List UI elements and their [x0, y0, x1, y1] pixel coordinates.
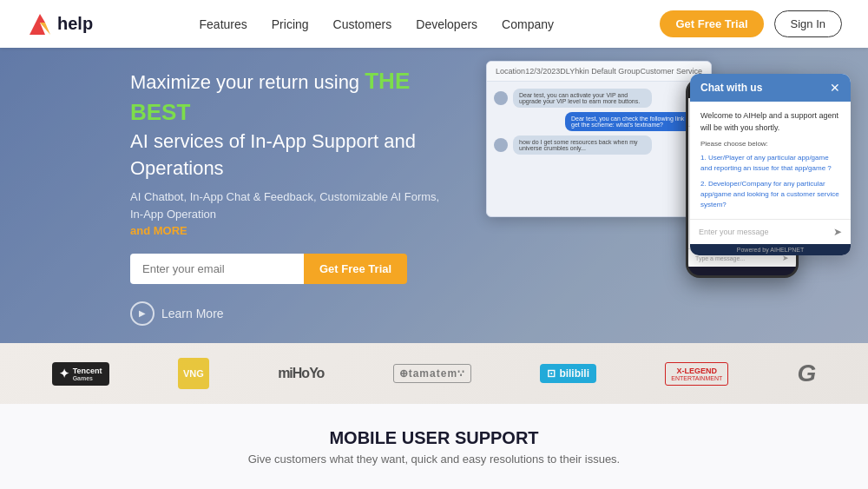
logo[interactable]: help: [26, 10, 93, 38]
ss-avatar-1: [494, 91, 508, 105]
ss-tag2: in Default Group: [583, 67, 641, 76]
hero-subtitle: AI Chatbot, In-App Chat & Feedback, Cust…: [130, 188, 451, 240]
ss-header: Location 12/3/2023 DLYhk in Default Grou…: [487, 62, 711, 82]
dashboard-screenshot: Location 12/3/2023 DLYhk in Default Grou…: [486, 61, 712, 217]
bottom-title: MOBILE USER SUPPORT: [329, 428, 538, 448]
hero-section: Maximize your return using THE BEST AI s…: [0, 48, 868, 343]
chat-header: Chat with us ✕: [690, 74, 851, 102]
ss-bubble-3: how do I get some resources back when my…: [513, 135, 652, 155]
ss-bubble-2: Dear test, you can check the following l…: [565, 112, 704, 131]
chat-header-text: Chat with us: [700, 82, 762, 94]
nav-company[interactable]: Company: [502, 17, 554, 31]
close-icon[interactable]: ✕: [830, 81, 840, 95]
tamatem-text: ⊕tamatem∵: [393, 364, 471, 383]
ss-row-2: Dear test, you can check the following l…: [494, 112, 704, 131]
tencent-name: Tencent: [73, 367, 102, 375]
chat-powered: Powered by AIHELPNET: [690, 244, 851, 255]
ss-row-1: Dear test, you can activate your VIP and…: [494, 89, 704, 108]
logo-vng: VNG: [178, 358, 209, 389]
chat-option-1[interactable]: 1. User/Player of any particular app/gam…: [700, 153, 840, 174]
xlegend-name: X-LEGEND: [671, 367, 722, 375]
bottom-subtitle: Give customers what they want, quick and…: [248, 453, 620, 466]
hero-title: Maximize your return using THE BEST AI s…: [130, 65, 451, 182]
learn-more-text: Learn More: [161, 307, 224, 320]
chat-body: Welcome to AIHelp and a support agent wi…: [690, 102, 851, 219]
bottom-title-rest: USER SUPPORT: [397, 428, 538, 447]
bottom-section: MOBILE USER SUPPORT Give customers what …: [0, 404, 868, 489]
chat-send-icon[interactable]: ➤: [833, 226, 842, 238]
nav-features[interactable]: Features: [200, 17, 247, 31]
nav-customers[interactable]: Customers: [333, 17, 392, 31]
hero-email-input[interactable]: [130, 254, 304, 284]
logo-xlegend: X-LEGEND ENTERTAINMENT: [665, 362, 728, 386]
play-icon: ▶: [130, 301, 155, 326]
logo-icon: [26, 10, 54, 38]
ss-date: 12/3/2023: [525, 67, 560, 76]
chat-input-area: Enter your message ➤: [690, 219, 851, 244]
ss-row-3: how do I get some resources back when my…: [494, 135, 704, 155]
tencent-games: Games: [73, 375, 102, 381]
logo-tamatem: ⊕tamatem∵: [393, 364, 471, 383]
vng-text: VNG: [183, 368, 204, 379]
nav-actions: Get Free Trial Sign In: [660, 10, 842, 37]
hero-screenshots: Location 12/3/2023 DLYhk in Default Grou…: [486, 56, 851, 334]
nav-signin-button[interactable]: Sign In: [774, 10, 842, 37]
ss-location: Location: [496, 67, 525, 76]
tencent-star-icon: ✦: [59, 367, 69, 380]
mihoyo-text: miHoYo: [278, 366, 324, 381]
nav-developers[interactable]: Developers: [416, 17, 477, 31]
chat-options: Please choose below: 1. User/Player of a…: [700, 139, 840, 210]
logo-bilibili: ⊡ bilibili: [540, 364, 596, 383]
bilibili-icon: ⊡: [547, 367, 556, 380]
chat-choose-text: Please choose below:: [700, 139, 840, 149]
hero-more: and MORE: [130, 224, 187, 237]
logo-mihoyo: miHoYo TECH OTAKUS SAVE THE WORLD: [278, 366, 324, 381]
hero-content: Maximize your return using THE BEST AI s…: [0, 65, 451, 326]
hero-form: Get Free Trial: [130, 254, 451, 284]
nav-links: Features Pricing Customers Developers Co…: [200, 17, 554, 31]
logos-strip: ✦ Tencent Games VNG miHoYo TECH OTAKUS S…: [0, 343, 868, 404]
g-text: G: [798, 360, 817, 387]
nav-trial-button[interactable]: Get Free Trial: [660, 10, 763, 37]
bottom-mobile: MOBILE: [329, 428, 397, 447]
hero-learn-more[interactable]: ▶ Learn More: [130, 301, 451, 326]
hero-title-suffix: AI services of In-App Support and Operat…: [130, 130, 416, 179]
ss-avatar-3: [494, 138, 508, 152]
chat-option-2[interactable]: 2. Developer/Company for any particular …: [700, 179, 840, 210]
nav-pricing[interactable]: Pricing: [272, 17, 309, 31]
logo-g: G: [798, 360, 817, 387]
ss-content: Dear test, you can activate your VIP and…: [487, 82, 711, 166]
ss-tag1: DLYhk: [560, 67, 582, 76]
chat-input-placeholder[interactable]: Enter your message: [699, 228, 833, 236]
logo-tencent: ✦ Tencent Games: [52, 362, 109, 386]
hero-title-prefix: Maximize your return using: [130, 71, 365, 93]
hero-subtitle-text: AI Chatbot, In-App Chat & Feedback, Cust…: [130, 190, 439, 221]
bilibili-text: bilibili: [559, 367, 589, 380]
phone-input-text: Type a message...: [695, 255, 779, 261]
chat-widget: Chat with us ✕ Welcome to AIHelp and a s…: [690, 74, 851, 255]
ss-bubble-1: Dear test, you can activate your VIP and…: [513, 89, 652, 108]
chat-welcome-text: Welcome to AIHelp and a support agent wi…: [700, 110, 840, 134]
navbar: help Features Pricing Customers Develope…: [0, 0, 868, 48]
logo-text: help: [57, 14, 93, 34]
xlegend-ent: ENTERTAINMENT: [671, 375, 722, 381]
ss-tag3: Customer Service: [640, 67, 702, 76]
hero-cta-button[interactable]: Get Free Trial: [304, 254, 407, 284]
